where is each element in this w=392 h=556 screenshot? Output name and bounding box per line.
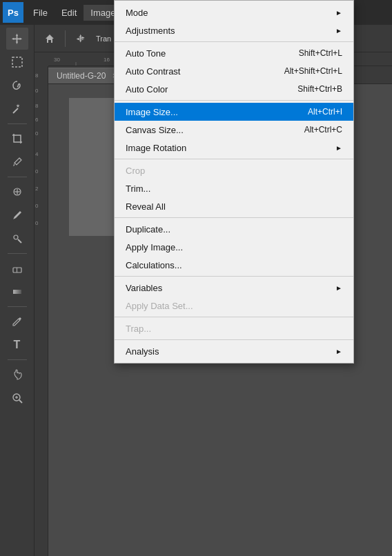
menu-item-apply-image-label: Apply Image... <box>126 242 183 252</box>
menu-item-image-rotation-arrow: ► <box>335 144 342 152</box>
svg-rect-9 <box>17 268 17 272</box>
menu-item-adjustments[interactable]: Adjustments ► <box>115 21 353 39</box>
image-dropdown-menu: Mode ► Adjustments ► Auto Tone Shift+Ctr… <box>114 0 354 364</box>
home-btn[interactable] <box>40 29 59 48</box>
menu-item-analysis[interactable]: Analysis ► <box>115 342 353 360</box>
tool-eyedropper[interactable] <box>6 151 28 173</box>
menu-item-trim-label: Trim... <box>126 183 150 194</box>
ps-logo: Ps <box>3 2 23 23</box>
menu-item-reveal-all[interactable]: Reveal All <box>115 197 353 215</box>
svg-text:8: 8 <box>35 72 39 79</box>
svg-text:0: 0 <box>35 88 39 94</box>
menu-item-calculations-label: Calculations... <box>126 260 182 270</box>
menu-file[interactable]: File <box>26 5 55 21</box>
menu-item-variables[interactable]: Variables ► <box>115 279 353 297</box>
svg-point-7 <box>14 235 18 239</box>
svg-text:4: 4 <box>35 151 39 157</box>
ruler-vertical: 8 0 8 6 0 4 0 2 0 0 <box>35 52 48 556</box>
menu-item-auto-color-shortcut: Shift+Ctrl+B <box>297 84 342 94</box>
svg-text:0: 0 <box>35 203 39 209</box>
tool-select-rect[interactable] <box>6 51 28 73</box>
tool-divider-4 <box>8 306 27 307</box>
menu-item-trap: Trap... <box>115 319 353 337</box>
svg-text:30: 30 <box>54 57 60 63</box>
tool-zoom[interactable] <box>6 387 28 409</box>
tool-gradient[interactable] <box>6 281 28 303</box>
menu-item-analysis-label: Analysis <box>126 346 159 357</box>
menu-item-auto-color-label: Auto Color <box>126 84 168 95</box>
tool-lasso[interactable] <box>6 75 28 97</box>
menu-item-canvas-size-shortcut: Alt+Ctrl+C <box>304 125 342 135</box>
svg-text:0: 0 <box>35 168 39 175</box>
tool-hand[interactable] <box>6 364 28 386</box>
svg-text:6: 6 <box>35 117 39 123</box>
menu-item-mode-label: Mode <box>126 8 148 18</box>
menu-item-reveal-all-label: Reveal All <box>126 201 166 212</box>
menu-item-apply-image[interactable]: Apply Image... <box>115 238 353 256</box>
move-tool-btn[interactable] <box>71 29 90 48</box>
menu-item-variables-label: Variables <box>126 283 162 293</box>
tool-divider-1 <box>8 123 27 124</box>
menu-item-auto-contrast[interactable]: Auto Contrast Alt+Shift+Ctrl+L <box>115 62 353 80</box>
tool-crop[interactable] <box>6 128 28 150</box>
menu-item-auto-contrast-label: Auto Contrast <box>126 66 181 77</box>
menu-item-mode[interactable]: Mode ► <box>115 3 353 21</box>
menu-item-image-size[interactable]: Image Size... Alt+Ctrl+I <box>115 103 353 121</box>
tool-move[interactable] <box>6 28 28 50</box>
menu-item-trap-label: Trap... <box>126 324 151 334</box>
menu-item-duplicate-label: Duplicate... <box>126 224 170 235</box>
menu-item-apply-data-set-label: Apply Data Set... <box>126 301 193 311</box>
svg-text:0: 0 <box>35 220 39 226</box>
tool-brush[interactable] <box>6 204 28 226</box>
svg-marker-3 <box>16 104 19 108</box>
tool-clone[interactable] <box>6 228 28 250</box>
separator-1 <box>115 41 353 42</box>
separator-6 <box>115 317 353 317</box>
svg-text:0: 0 <box>35 130 39 137</box>
menu-item-image-rotation-label: Image Rotation <box>126 143 186 153</box>
menu-item-duplicate[interactable]: Duplicate... <box>115 220 353 238</box>
toolbar-separator <box>65 30 66 47</box>
left-toolbar: T <box>0 25 35 556</box>
menu-item-auto-tone-shortcut: Shift+Ctrl+L <box>299 48 342 58</box>
menu-item-analysis-arrow: ► <box>335 348 342 355</box>
menu-item-auto-tone-label: Auto Tone <box>126 48 166 59</box>
menu-item-apply-data-set: Apply Data Set... <box>115 297 353 315</box>
tool-text[interactable]: T <box>6 334 28 356</box>
tool-divider-3 <box>8 253 27 254</box>
tool-heal[interactable] <box>6 181 28 203</box>
ruler-corner <box>35 52 48 66</box>
svg-text:16: 16 <box>104 57 110 63</box>
menu-item-mode-arrow: ► <box>335 9 342 17</box>
svg-marker-15 <box>46 34 54 43</box>
menu-item-canvas-size-label: Canvas Size... <box>126 125 184 135</box>
tool-magic-wand[interactable] <box>6 98 28 120</box>
separator-3 <box>115 159 353 159</box>
tool-divider-5 <box>8 359 27 360</box>
menu-item-calculations[interactable]: Calculations... <box>115 256 353 274</box>
menu-item-image-rotation[interactable]: Image Rotation ► <box>115 139 353 157</box>
menu-item-adjustments-arrow: ► <box>335 27 342 34</box>
svg-rect-10 <box>13 290 21 294</box>
tool-eraser[interactable] <box>6 257 28 279</box>
menu-item-crop-label: Crop <box>126 166 145 176</box>
svg-line-12 <box>19 400 22 403</box>
menu-item-auto-color[interactable]: Auto Color Shift+Ctrl+B <box>115 80 353 98</box>
transform-label: Tran <box>93 34 114 43</box>
menu-item-image-size-shortcut: Alt+Ctrl+I <box>308 107 342 117</box>
svg-text:2: 2 <box>35 186 39 192</box>
svg-marker-0 <box>11 34 21 44</box>
separator-4 <box>115 217 353 218</box>
menu-edit[interactable]: Edit <box>55 5 84 21</box>
svg-text:8: 8 <box>35 103 39 109</box>
separator-2 <box>115 100 353 101</box>
menu-item-canvas-size[interactable]: Canvas Size... Alt+Ctrl+C <box>115 121 353 139</box>
tool-pen[interactable] <box>6 310 28 332</box>
menu-item-auto-tone[interactable]: Auto Tone Shift+Ctrl+L <box>115 44 353 62</box>
menu-item-adjustments-label: Adjustments <box>126 26 175 36</box>
separator-7 <box>115 339 353 340</box>
menu-item-image-size-label: Image Size... <box>126 107 178 117</box>
menu-item-trim[interactable]: Trim... <box>115 179 353 197</box>
menu-item-variables-arrow: ► <box>335 284 342 292</box>
svg-marker-16 <box>77 34 85 42</box>
